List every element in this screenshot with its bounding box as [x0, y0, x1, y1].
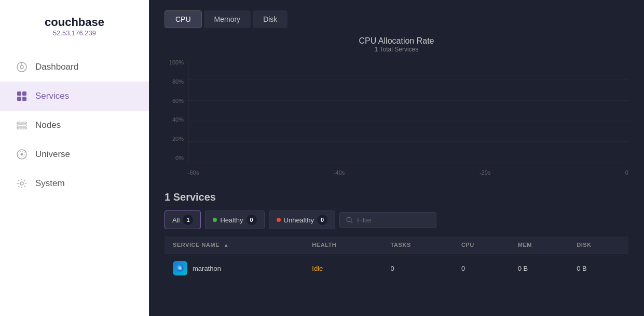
sidebar-item-universe-label: Universe [35, 149, 70, 160]
health-idle: Idle [312, 265, 323, 272]
filter-all-count: 1 [183, 215, 193, 225]
dashboard-icon [16, 61, 28, 73]
tab-memory[interactable]: Memory [204, 10, 251, 28]
grid-line-60 [188, 100, 628, 101]
table-header-row: SERVICE NAME ▲ HEALTH TASKS CPU MEM DISK [165, 236, 628, 254]
tab-cpu[interactable]: CPU [165, 10, 202, 28]
th-tasks: TASKS [382, 236, 453, 254]
x-label-60s: -60s [188, 169, 199, 176]
filter-all-label: All [172, 216, 180, 224]
y-label-80: 80% [165, 78, 188, 85]
svg-line-15 [351, 221, 352, 223]
service-name-cell: marathon [173, 261, 295, 275]
svg-point-11 [21, 153, 23, 156]
sidebar-item-services-label: Services [35, 91, 69, 101]
chart-title: CPU Allocation Rate [165, 36, 628, 46]
chart-x-labels: -60s -40s -20s 0 [188, 166, 628, 179]
svg-point-1 [20, 65, 23, 69]
chart-container: 0% 20% 40% 60% 80% 100% -60s -40s -20s 0 [165, 59, 628, 179]
td-cpu: 0 [453, 254, 510, 283]
x-label-40s: -40s [334, 169, 345, 176]
chart-title-area: CPU Allocation Rate 1 Total Services [165, 36, 628, 53]
svg-point-14 [347, 217, 351, 222]
filter-healthy-label: Healthy [220, 216, 243, 224]
grid-line-100 [188, 59, 628, 59]
brand-ip: 52.53.176.239 [53, 29, 96, 37]
nodes-icon [16, 119, 28, 131]
brand-name: couchbase [45, 16, 104, 29]
services-icon [16, 90, 28, 102]
td-health: Idle [304, 254, 382, 283]
th-mem: MEM [510, 236, 569, 254]
td-tasks: 0 [382, 254, 453, 283]
y-label-40: 40% [165, 116, 188, 123]
service-name-text: marathon [193, 265, 221, 272]
chart-section: CPU Allocation Rate 1 Total Services 0% … [165, 36, 628, 179]
th-health: HEALTH [304, 236, 382, 254]
svg-rect-7 [17, 122, 26, 124]
td-service-name: marathon [165, 254, 304, 283]
services-count-title: 1 Services [165, 191, 628, 203]
table-row[interactable]: marathon Idle 0 0 0 B 0 B [165, 254, 628, 283]
unhealthy-dot [277, 218, 281, 222]
chart-plot [188, 59, 628, 163]
sidebar-item-system-label: System [35, 178, 65, 189]
svg-point-18 [179, 267, 181, 269]
sidebar-item-nodes-label: Nodes [35, 120, 61, 130]
sidebar-nav: Dashboard Services [0, 52, 149, 198]
universe-icon [16, 148, 28, 161]
table-header: SERVICE NAME ▲ HEALTH TASKS CPU MEM DISK [165, 236, 628, 254]
filter-btn-unhealthy[interactable]: Unhealthy 0 [269, 210, 336, 229]
filter-btn-healthy[interactable]: Healthy 0 [205, 210, 264, 229]
x-label-20s: -20s [479, 169, 490, 176]
filter-healthy-count: 0 [246, 215, 257, 225]
svg-rect-9 [17, 127, 26, 129]
y-label-0: 0% [165, 155, 188, 161]
services-table: SERVICE NAME ▲ HEALTH TASKS CPU MEM DISK [165, 236, 628, 283]
td-mem: 0 B [510, 254, 569, 283]
main-content: CPU Memory Disk CPU Allocation Rate 1 To… [149, 0, 644, 316]
svg-rect-4 [22, 91, 26, 96]
search-icon [346, 217, 353, 223]
td-disk: 0 B [568, 254, 628, 283]
y-label-20: 20% [165, 136, 188, 142]
sidebar-brand: couchbase 52.53.176.239 [0, 10, 149, 52]
y-label-100: 100% [165, 59, 188, 65]
chart-subtitle: 1 Total Services [165, 46, 628, 53]
grid-line-40 [188, 121, 628, 121]
service-icon [173, 261, 187, 275]
search-input[interactable] [357, 216, 430, 224]
services-section: 1 Services All 1 Healthy 0 Unhealthy 0 [165, 191, 628, 306]
healthy-dot [213, 218, 217, 222]
system-icon [16, 177, 28, 190]
filter-bar: All 1 Healthy 0 Unhealthy 0 [165, 210, 628, 229]
svg-point-13 [20, 182, 23, 185]
th-disk: DISK [568, 236, 628, 254]
tab-disk[interactable]: Disk [253, 10, 287, 28]
y-label-60: 60% [165, 98, 188, 104]
sidebar-item-dashboard[interactable]: Dashboard [0, 52, 149, 82]
th-service-name: SERVICE NAME ▲ [165, 236, 304, 254]
svg-rect-3 [17, 91, 21, 96]
filter-unhealthy-count: 0 [317, 215, 327, 225]
sidebar-item-services[interactable]: Services [0, 82, 149, 111]
filter-btn-all[interactable]: All 1 [165, 210, 201, 229]
sidebar-item-dashboard-label: Dashboard [35, 62, 78, 72]
filter-unhealthy-label: Unhealthy [284, 216, 314, 224]
filter-search [339, 212, 436, 228]
grid-line-80 [188, 80, 628, 80]
grid-line-20 [188, 141, 628, 142]
sort-arrow-up: ▲ [224, 242, 229, 248]
sidebar-item-nodes[interactable]: Nodes [0, 111, 149, 140]
sidebar-item-universe[interactable]: Universe [0, 140, 149, 169]
svg-rect-8 [17, 125, 26, 126]
svg-rect-5 [17, 97, 21, 101]
th-cpu: CPU [453, 236, 510, 254]
x-label-0: 0 [625, 169, 628, 176]
svg-rect-6 [22, 97, 26, 101]
resource-tabs: CPU Memory Disk [165, 10, 628, 28]
sidebar: couchbase 52.53.176.239 Dashboard [0, 0, 149, 316]
table-body: marathon Idle 0 0 0 B 0 B [165, 254, 628, 283]
sidebar-item-system[interactable]: System [0, 169, 149, 198]
chart-y-labels: 0% 20% 40% 60% 80% 100% [165, 59, 188, 163]
